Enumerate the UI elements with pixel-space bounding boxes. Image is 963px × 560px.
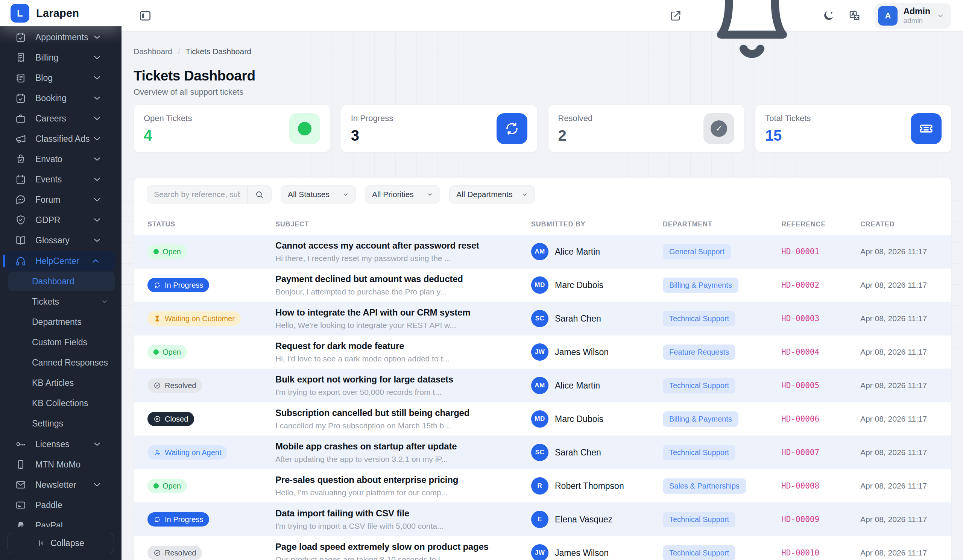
brand-logo: L [11, 4, 29, 23]
sidebar-subitem-kb-articles[interactable]: KB Articles [8, 373, 115, 393]
sidebar-subitem-tickets[interactable]: Tickets [8, 292, 115, 311]
created-date: Apr 08, 2026 11:17 [860, 448, 927, 456]
breadcrumb-dashboard[interactable]: Dashboard [133, 47, 172, 57]
sidebar-item-label: Billing [36, 53, 91, 63]
sidebar-item-gdpr[interactable]: GDPR [0, 210, 122, 230]
sidebar-item-licenses[interactable]: Licenses [0, 434, 122, 454]
ticket-row-HD-00003[interactable]: Waiting on CustomerHow to integrate the … [134, 302, 951, 335]
ticket-row-HD-00007[interactable]: Waiting on AgentMobile app crashes on st… [134, 436, 951, 469]
ticket-row-HD-00008[interactable]: OpenPre-sales question about enterprise … [134, 469, 951, 503]
sidebar-subitem-kb-collections[interactable]: KB Collections [8, 393, 115, 413]
ticket-row-HD-00005[interactable]: ResolvedBulk export not working for larg… [134, 369, 951, 402]
sidebar-item-glossary[interactable]: Glossary [0, 230, 122, 251]
open-dot-icon [289, 113, 320, 144]
ticket-reference[interactable]: HD-00003 [781, 314, 819, 323]
chevron-down-icon [91, 92, 103, 104]
search-input[interactable] [147, 186, 247, 203]
notifications-button[interactable]: 99+ [696, 0, 808, 72]
created-date: Apr 08, 2026 11:17 [860, 481, 927, 490]
sidebar-item-appointments[interactable]: Appointments [0, 27, 122, 47]
sidebar-subitem-custom-fields[interactable]: Custom Fields [8, 332, 115, 352]
chevron-down-icon [91, 174, 103, 185]
ticket-reference[interactable]: HD-00006 [781, 414, 819, 424]
ticket-subject[interactable]: Subscription cancelled but still being c… [276, 408, 520, 418]
created-date: Apr 08, 2026 11:17 [860, 548, 927, 557]
ticket-reference[interactable]: HD-00005 [781, 381, 819, 390]
sidebar-item-envato[interactable]: Envato [0, 149, 122, 169]
ticket-subject[interactable]: Pre-sales question about enterprise pric… [276, 475, 520, 485]
ticket-reference[interactable]: HD-00009 [781, 515, 819, 524]
ticket-subject[interactable]: Bulk export not working for large datase… [276, 374, 520, 385]
ticket-reference[interactable]: HD-00007 [781, 448, 819, 457]
sidebar-item-paddle[interactable]: Paddle [0, 495, 122, 515]
sidebar-item-booking[interactable]: Booking [0, 88, 122, 108]
sidebar-item-blog[interactable]: Blog [0, 68, 122, 88]
ticket-reference[interactable]: HD-00010 [781, 548, 819, 557]
department-badge: Technical Support [663, 512, 735, 527]
status-label: In Progress [165, 281, 203, 290]
sidebar-item-helpcenter[interactable]: HelpCenter [5, 251, 115, 271]
brand-name: Larapen [36, 7, 79, 19]
sidebar-subitem-settings[interactable]: Settings [8, 414, 115, 433]
avatar: MD [531, 277, 548, 294]
sidebar-item-label: Forum [36, 195, 91, 205]
status-filter-select[interactable]: All Statuses [280, 185, 356, 204]
sidebar-item-careers[interactable]: Careers [0, 108, 122, 129]
stat-label: Total Tickets [765, 113, 811, 123]
sidebar-subitem-canned-responses[interactable]: Canned Responses [8, 353, 115, 372]
ticket-row-HD-00006[interactable]: ClosedSubscription cancelled but still b… [134, 402, 951, 436]
priority-filter-select[interactable]: All Priorities [365, 185, 440, 204]
ticket-subject[interactable]: Data import failing with CSV file [276, 508, 520, 519]
sidebar-item-billing[interactable]: Billing [0, 47, 122, 68]
created-date: Apr 08, 2026 11:17 [860, 414, 927, 423]
collapse-sidebar-button[interactable]: Collapse [8, 533, 114, 553]
sidebar-item-events[interactable]: Events [0, 169, 122, 189]
ticket-subject[interactable]: How to integrate the API with our CRM sy… [276, 307, 520, 318]
dark-mode-icon[interactable] [822, 10, 835, 22]
breadcrumb-separator: / [178, 47, 180, 57]
chevron-down-icon [91, 72, 103, 84]
sidebar-subitem-dashboard[interactable]: Dashboard [8, 272, 115, 291]
sidebar-subitem-label: Tickets [32, 297, 101, 307]
sidebar-item-paypal[interactable]: PayPal [0, 515, 122, 527]
sidebar-item-mtn-momo[interactable]: MTN MoMo [0, 454, 122, 475]
message-circle-icon [15, 194, 26, 206]
stat-value: 15 [765, 127, 811, 144]
ticket-reference[interactable]: HD-00001 [781, 247, 819, 256]
status-sync-icon [154, 516, 161, 523]
ticket-subject[interactable]: Payment declined but amount was deducted [276, 274, 520, 284]
ticket-row-HD-00002[interactable]: In ProgressPayment declined but amount w… [134, 269, 951, 302]
mail-icon [15, 479, 26, 490]
smartphone-icon [15, 459, 26, 470]
ticket-row-HD-00001[interactable]: OpenCannot access my account after passw… [134, 235, 951, 269]
department-filter-select[interactable]: All Departments [449, 185, 535, 204]
sidebar-item-label: MTN MoMo [36, 460, 112, 470]
ticket-row-HD-00004[interactable]: OpenRequest for dark mode featureHi, I'd… [134, 335, 951, 369]
search-button[interactable] [247, 186, 271, 203]
ticket-subject[interactable]: Mobile app crashes on startup after upda… [276, 441, 520, 452]
ticket-reference[interactable]: HD-00004 [781, 348, 819, 356]
created-date: Apr 08, 2026 11:17 [860, 247, 927, 256]
ticket-subject[interactable]: Page load speed extremely slow on produc… [276, 542, 520, 552]
ticket-reference[interactable]: HD-00008 [781, 481, 819, 490]
status-label: Waiting on Customer [165, 314, 235, 323]
sidebar-subitem-departments[interactable]: Departments [8, 312, 115, 332]
sidebar-item-label: HelpCenter [36, 256, 90, 266]
sidebar-item-label: Classified Ads [36, 134, 91, 144]
external-link-icon[interactable] [669, 10, 682, 22]
ticket-reference[interactable]: HD-00002 [781, 280, 819, 290]
sidebar-toggle-icon[interactable] [138, 9, 152, 23]
sidebar-item-newsletter[interactable]: Newsletter [0, 475, 122, 495]
ticket-subject[interactable]: Cannot access my account after password … [276, 240, 520, 251]
ticket-subject[interactable]: Request for dark mode feature [276, 341, 520, 351]
chevron-down-icon [426, 191, 434, 198]
user-menu[interactable]: A Admin admin [875, 3, 951, 29]
sidebar-item-label: Events [36, 175, 91, 185]
sidebar-item-forum[interactable]: Forum [0, 189, 122, 210]
sidebar-subitem-label: Custom Fields [32, 337, 109, 348]
sidebar-item-classified-ads[interactable]: Classified Ads [0, 129, 122, 149]
ticket-row-HD-00009[interactable]: In ProgressData import failing with CSV … [134, 503, 951, 536]
brand-header: L Larapen [0, 0, 122, 26]
language-translate-icon[interactable] [848, 10, 861, 22]
ticket-row-HD-00010[interactable]: ResolvedPage load speed extremely slow o… [134, 536, 951, 560]
